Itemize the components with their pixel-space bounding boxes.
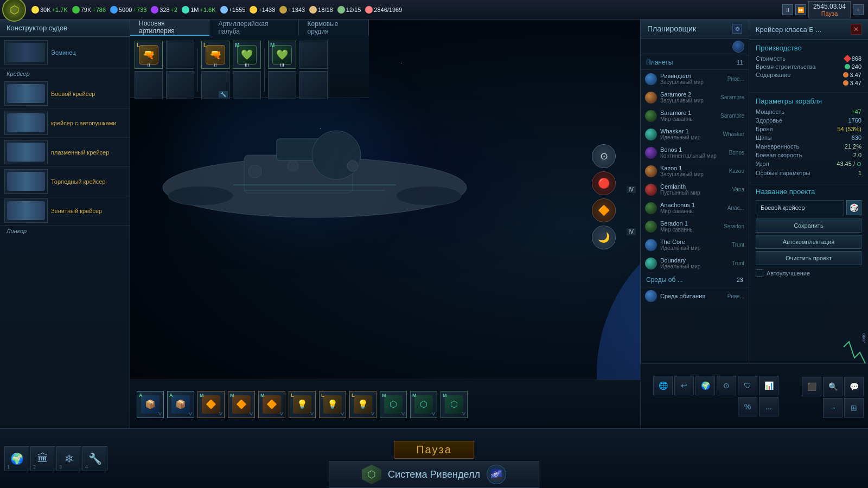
br-btn-8[interactable]: ... [759,397,778,416]
settings-button[interactable]: + [853,4,864,15]
escort-section: Эсминец [0,37,130,68]
br-btn-3[interactable]: 🌍 [695,376,715,395]
maneuver-value: 21.2% [845,143,861,150]
planner-title: Планировщик ⚙ [641,20,749,38]
planner-settings-button[interactable]: ⚙ [732,24,742,34]
ship-icon-3[interactable]: 🔶 [592,198,616,222]
armor-value: 54 (53%) [837,126,861,132]
ship-icon-2[interactable]: 🔴 [592,171,616,195]
tab-stern-guns[interactable]: Кормовые орудия [299,20,369,36]
br-btn-6[interactable]: 📊 [759,376,778,395]
env-item-1[interactable]: Среда обитания Риве... [641,287,749,305]
nav-btn-4[interactable]: 4 🔧 [82,446,107,471]
weapon-slot-10[interactable] [268,71,296,99]
ship-item-autocannon[interactable]: крейсер с автопушками [0,108,130,138]
ship-item-battle-cruiser[interactable]: Боевой крейсер [0,79,130,108]
br-btn-13[interactable]: ⊞ [844,398,864,418]
badge-iv-2: IV [627,228,636,235]
stats-title: Крейсер класса Б ... ✕ [749,20,868,40]
weapon-tabs: Носовая артиллерия Артиллерийская палуба… [130,20,369,36]
system-banner[interactable]: ⬡ Система Ривенделл 🌌 [329,461,539,488]
faction-emblem[interactable]: ⬡ [2,0,26,22]
util-slot-7[interactable]: L 💡 V [319,391,346,418]
planet-name-1: Ривенделл [660,73,724,79]
ship-thumb-4 [4,169,48,194]
util-slot-2[interactable]: A 📦 V [167,391,194,418]
galaxy-icon[interactable]: 🌌 [487,465,506,484]
planet-type-9: Мир саванны [660,227,720,233]
util-slot-6[interactable]: L 💡 V [289,391,316,418]
br-btn-10[interactable]: 🔍 [823,377,843,396]
weapon-slot-11[interactable] [299,41,328,69]
br-btn-1[interactable]: 🌐 [653,376,673,395]
slot-group-4: M 💚 III [233,41,261,99]
special-label: Особые параметры [756,170,810,176]
weapon-slot-7[interactable]: M 💚 III [233,41,261,69]
fast-forward-button[interactable]: ⏩ [795,4,806,15]
weapon-slot-9[interactable]: M 💚 III [268,41,296,69]
planet-item-1[interactable]: Ривенделл Засушливый мир Риве... [641,70,749,88]
clear-button[interactable]: Очистить проект [756,251,861,265]
br-btn-12[interactable]: → [823,398,843,418]
br-btn-4[interactable]: ⊙ [717,376,736,395]
nav-btn-3[interactable]: 3 ❄ [56,446,81,471]
slot-group-5: M 💚 III [268,41,296,99]
tab-deck-artillery[interactable]: Артиллерийская палуба [209,20,298,36]
globe-icon[interactable] [732,41,744,53]
util-slot-3[interactable]: M 🔶 V [197,391,225,418]
planet-item-4[interactable]: Whaskar 1 Идеальный мир Whaskar [641,125,749,144]
weapon-slot-2[interactable] [135,71,163,99]
util-slot-11[interactable]: M ⬡ V [441,391,468,418]
util-slot-5[interactable]: M 🔶 V [258,391,285,418]
br-btn-9[interactable]: ⬛ [802,377,821,396]
weapon-slot-6[interactable]: 🔧 [201,71,229,99]
weapon-slot-12[interactable] [299,71,328,99]
weapon-slot-1[interactable]: L 🔫 II [135,41,163,69]
planet-info-8: Anachonus 1 Мир саванны [660,202,724,214]
ship-thumb-3 [4,140,48,164]
planet-item-11[interactable]: Boundary Идеальный мир Trunt [641,254,749,273]
weapon-slot-5[interactable]: L 🔫 II [201,41,229,69]
randomize-name-button[interactable]: 🎲 [846,200,861,215]
planet-item-6[interactable]: Kazoo 1 Засушливый мир Kazoo [641,162,749,181]
planet-item-5[interactable]: Bonos 1 Континентальный мир Bonos [641,144,749,162]
autocomplete-button[interactable]: Автокомплектация [756,235,861,249]
ship-item-plasma[interactable]: плазменный крейсер [0,138,130,167]
planet-item-8[interactable]: Anachonus 1 Мир саванны Anac... [641,199,749,217]
project-name-input[interactable] [756,200,844,215]
planet-icon-9 [645,221,657,233]
planet-item-9[interactable]: Seradon 1 Мир саванны Seradon [641,217,749,236]
br-btn-11[interactable]: 💬 [844,377,864,396]
energy-value: 30K [40,7,51,13]
pause-button[interactable]: ⏸ [782,4,793,15]
weapon-slot-3[interactable] [166,41,194,69]
planets-count: 11 [737,59,743,66]
util-slot-8[interactable]: L 💡 V [349,391,376,418]
influence-icon [220,6,228,14]
br-btn-2[interactable]: ↩ [674,376,694,395]
save-button[interactable]: Сохранить [756,219,861,233]
weapon-icon-1: 🔫 [139,45,158,65]
close-button[interactable]: ✕ [851,24,861,35]
planet-item-3[interactable]: Saramore 1 Мир саванны Saramore [641,107,749,125]
ship-item-torpedo[interactable]: Торпедный крейсер [0,167,130,196]
br-btn-7[interactable]: % [738,397,757,416]
planet-item-7[interactable]: Cemlanth Пустынный мир Vana [641,181,749,199]
tab-bow-artillery[interactable]: Носовая артиллерия [130,20,209,36]
util-slot-9[interactable]: M ⬡ V [380,391,407,418]
nav-btn-2[interactable]: 2 🏛 [30,446,55,471]
util-slot-10[interactable]: M ⬡ V [410,391,437,418]
br-btn-5[interactable]: 🛡 [738,376,757,395]
planet-item-2[interactable]: Saramore 2 Засушливый мир Saramore [641,88,749,107]
autoimprove-checkbox[interactable] [756,269,763,277]
slot-group-1: L 🔫 II [135,41,163,99]
nav-btn-1[interactable]: 1 🌍 [4,446,29,471]
weapon-slot-8[interactable] [233,71,261,99]
weapon-slot-4[interactable] [166,71,194,99]
planet-item-10[interactable]: The Core Идеальный мир Trunt [641,236,749,254]
util-slot-1[interactable]: A 📦 V [137,391,164,418]
util-slot-4[interactable]: M 🔶 V [228,391,255,418]
ship-icon-4[interactable]: 🌙 [592,226,616,249]
ship-item-antiair[interactable]: Зенитный крейсер [0,196,130,226]
ship-icon-1[interactable]: ⊙ [592,144,616,168]
